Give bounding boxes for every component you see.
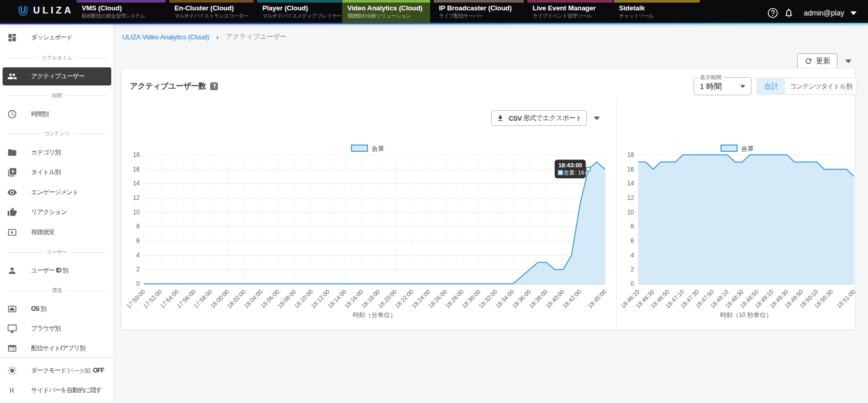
svg-text:8: 8 (136, 223, 140, 230)
svg-text:0: 0 (630, 280, 634, 287)
svg-text:18:42:00: 18:42:00 (562, 289, 582, 309)
svg-text:4: 4 (136, 252, 140, 259)
svg-text:10: 10 (627, 209, 635, 216)
svg-text:12: 12 (133, 194, 140, 201)
svg-text:合算: 16: 合算: 16 (564, 169, 584, 176)
svg-text:10: 10 (133, 209, 140, 216)
svg-text:14: 14 (627, 180, 635, 187)
svg-text:18:43:00: 18:43:00 (558, 162, 582, 168)
svg-text:18: 18 (627, 151, 635, 159)
svg-text:12: 12 (627, 194, 635, 201)
svg-text:16: 16 (133, 166, 140, 173)
svg-text:0: 0 (136, 280, 140, 287)
svg-text:18:51:00: 18:51:00 (835, 289, 856, 309)
svg-text:16: 16 (627, 166, 635, 173)
svg-text:18:45:00: 18:45:00 (586, 289, 607, 309)
svg-text:合算: 合算 (372, 145, 384, 152)
svg-text:6: 6 (630, 237, 634, 244)
svg-text:時刻（10 秒単位）: 時刻（10 秒単位） (720, 311, 772, 319)
svg-text:4: 4 (630, 252, 634, 259)
svg-text:6: 6 (136, 237, 140, 244)
svg-text:18: 18 (133, 151, 140, 159)
svg-text:14: 14 (133, 180, 140, 187)
svg-text:2: 2 (630, 266, 634, 273)
svg-text:時刻（分単位）: 時刻（分単位） (353, 311, 396, 319)
svg-text:合算: 合算 (741, 145, 754, 152)
svg-text:2: 2 (136, 266, 140, 273)
svg-text:8: 8 (630, 223, 634, 230)
